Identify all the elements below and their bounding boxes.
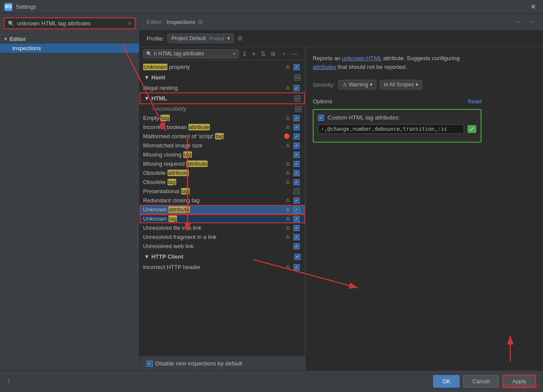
inspection-checkbox[interactable] — [294, 115, 300, 121]
inspection-checkbox[interactable] — [294, 85, 300, 91]
nav-back-button[interactable]: ← — [514, 17, 524, 26]
search-icon: 🔍 — [8, 20, 14, 27]
close-button[interactable]: ✕ — [528, 2, 539, 12]
inspection-malformed-content[interactable]: Malformed content of 'script' tag 🔴 — [140, 132, 305, 141]
inspection-checkbox[interactable] — [294, 152, 300, 158]
custom-attributes-field[interactable]: ‹,@change,number,debounce,transition,:is — [318, 124, 464, 134]
titlebar: WS Settings ✕ — [0, 0, 543, 14]
sidebar-search-box[interactable]: 🔍 × — [3, 17, 136, 29]
ok-button[interactable]: OK — [433, 375, 460, 388]
inspection-checkbox[interactable] — [294, 264, 300, 270]
inspection-name: Unresolved file in a link — [143, 225, 286, 231]
search-clear-icon[interactable]: × — [128, 20, 131, 27]
inspection-checkbox[interactable] — [294, 188, 300, 194]
group-html[interactable]: ▼ HTML — [140, 92, 305, 104]
search-input[interactable] — [17, 20, 128, 27]
disable-new-inspections-checkbox-row[interactable]: Disable new inspections by default — [147, 360, 242, 367]
desc-link-attributes[interactable]: attributes — [313, 64, 336, 70]
inspection-unknown-property[interactable]: Unknown property ⚠ — [140, 62, 305, 72]
custom-html-attributes-checkbox[interactable] — [318, 115, 324, 121]
inspection-unknown-attribute[interactable]: Unknown attribute ⚠ — [140, 205, 305, 214]
filter-add-icon[interactable]: ＋ — [279, 49, 288, 58]
cancel-button[interactable]: Cancel — [463, 375, 499, 388]
bottom-bar: Disable new inspections by default — [140, 356, 305, 370]
filter-remove-icon[interactable]: — — [290, 50, 299, 58]
inspection-missing-closing-tag[interactable]: Missing closing tag — [140, 150, 305, 159]
inspection-name: Mismatched image size — [143, 142, 286, 149]
inspection-checkbox[interactable] — [294, 225, 300, 231]
breadcrumb-separator: › — [163, 19, 165, 25]
inspection-checkbox[interactable] — [294, 243, 300, 249]
inspection-name: Unresolved fragment in a link — [143, 234, 286, 240]
inspection-unresolved-web-link[interactable]: Unresolved web link — [140, 242, 305, 251]
inspection-missing-required-attribute[interactable]: Missing required attribute ⚠ — [140, 159, 305, 168]
sidebar-item-inspections[interactable]: Inspections — [0, 44, 139, 53]
inspection-incorrect-http-header[interactable]: Incorrect HTTP header ⚠ — [140, 262, 305, 272]
expand-field-button[interactable]: ⤢ — [468, 125, 476, 133]
sidebar-editor-label: Editor — [10, 36, 26, 42]
disable-inspections-label: Disable new inspections by default — [155, 360, 242, 367]
inspection-presentational-tag[interactable]: Presentational tag — [140, 187, 305, 196]
warn-icon: ⚠ — [286, 124, 290, 130]
help-icon[interactable]: ? — [7, 378, 10, 385]
inspection-unresolved-fragment[interactable]: Unresolved fragment in a link ⚠ — [140, 232, 305, 242]
scope-select[interactable]: In All Scopes ▾ — [380, 80, 422, 89]
inspection-checkbox[interactable] — [294, 207, 300, 213]
sidebar: 🔍 × ▼ Editor Inspections — [0, 14, 140, 370]
inspection-checkbox[interactable] — [294, 124, 300, 130]
inspection-checkbox[interactable] — [294, 198, 300, 204]
window-title: Settings — [16, 3, 528, 10]
inspection-redundant-closing-tag[interactable]: Redundant closing tag ⚠ — [140, 196, 305, 205]
inspection-unknown-tag[interactable]: Unknown tag ⚠ — [140, 214, 305, 223]
reset-link[interactable]: Reset — [468, 99, 482, 105]
filter-group-icon[interactable]: ⊞ — [269, 50, 277, 58]
inspection-empty-tag[interactable]: Empty tag ⚠ — [140, 113, 305, 123]
subgroup-accessibility[interactable]: › Accessibility — [140, 104, 305, 113]
inspection-checkbox[interactable] — [294, 133, 300, 140]
breadcrumb-part2: Inspections — [167, 19, 195, 25]
description-text: Reports an unknown HTML attribute. Sugge… — [313, 54, 482, 71]
acc-checkbox[interactable] — [295, 106, 301, 112]
filter-funnel-icon[interactable]: ⊻ — [241, 50, 249, 58]
breadcrumb-icon: ⊟ — [198, 19, 203, 25]
inspection-checkbox[interactable] — [294, 170, 300, 176]
desc-link-unknown-html[interactable]: unknown HTML — [342, 55, 382, 61]
filter-collapse-icon[interactable]: ⇅ — [259, 50, 267, 58]
nav-forward-button[interactable]: → — [526, 17, 536, 26]
inspection-obsolete-tag[interactable]: Obsolete tag ⚠ — [140, 177, 305, 187]
options-section: Options Reset Custom HTML tag attributes… — [313, 98, 482, 143]
severity-select[interactable]: ⚠ Warning ▾ — [338, 80, 376, 89]
inspection-checkbox[interactable] — [294, 234, 300, 240]
disable-inspections-checkbox[interactable] — [147, 361, 153, 367]
inspection-illegal-nesting[interactable]: Illegal nesting ⚠ — [140, 83, 305, 92]
html-checkbox[interactable] — [294, 95, 301, 102]
inspection-incorrect-boolean-attribute[interactable]: Incorrect boolean attribute ⚠ — [140, 123, 305, 132]
sidebar-item-editor[interactable]: ▼ Editor — [0, 34, 139, 44]
warn-icon: ⚠ — [286, 234, 290, 240]
filter-expand-icon[interactable]: ≡ — [250, 50, 257, 58]
inspection-checkbox[interactable] — [294, 216, 300, 222]
group-http-client[interactable]: ▼ HTTP Client — [140, 251, 305, 262]
inspection-checkbox[interactable] — [294, 161, 300, 167]
haml-checkbox[interactable] — [294, 75, 301, 81]
inspection-checkbox[interactable] — [294, 179, 300, 185]
group-haml[interactable]: ▼ Haml — [140, 72, 305, 83]
app-icon: WS — [4, 3, 12, 11]
inspections-list-panel: 🔍 × ⊻ ≡ ⇅ ⊞ ＋ — — [140, 47, 305, 370]
warn-icon: ⚠ — [286, 264, 290, 270]
inspection-name: Incorrect boolean attribute — [143, 124, 286, 130]
inspection-obsolete-attribute[interactable]: Obsolete attribute ⚠ — [140, 168, 305, 177]
filter-input[interactable] — [154, 51, 232, 57]
custom-html-label: Custom HTML tag attributes: — [328, 114, 400, 121]
inspection-mismatched-image[interactable]: Mismatched image size ⚠ — [140, 141, 305, 150]
inspection-checkbox[interactable] — [294, 143, 300, 149]
profile-select[interactable]: Project Default Project ▾ — [167, 34, 234, 43]
http-checkbox[interactable] — [294, 254, 301, 260]
warn-icon: ⚠ — [286, 207, 290, 212]
filter-search-box[interactable]: 🔍 × — [143, 49, 239, 58]
inspection-unresolved-file[interactable]: Unresolved file in a link ⚠ — [140, 223, 305, 232]
inspection-name: Unknown property — [143, 64, 286, 70]
inspection-checkbox[interactable] — [294, 64, 300, 70]
profile-gear-icon[interactable]: ⚙ — [237, 35, 243, 42]
filter-clear-icon[interactable]: × — [232, 51, 236, 57]
